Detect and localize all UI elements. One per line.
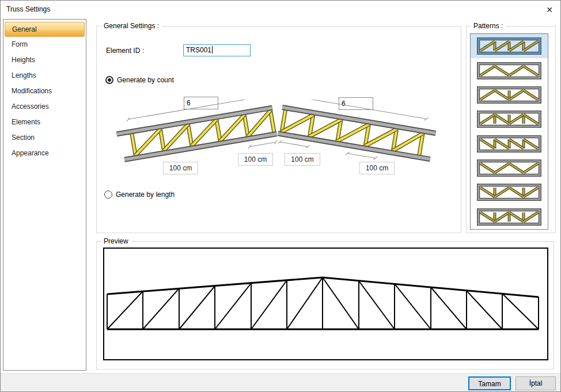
right-truss-left-dim-field[interactable]: 100 cm (285, 153, 320, 166)
radio-checked-icon (105, 76, 113, 84)
left-truss-right-dim-field[interactable]: 100 cm (238, 153, 273, 166)
truss-settings-dialog: Truss Settings ✕ General Form Heights Le… (0, 0, 561, 392)
footer-bar: Tamam İptal (1, 373, 561, 392)
preview-group-label: Preview (101, 237, 131, 245)
generate-by-count-radio[interactable]: Generate by count (105, 76, 174, 84)
sidebar-item-section[interactable]: Section (3, 130, 86, 146)
pattern-option-1[interactable] (471, 34, 548, 58)
truss-pattern-diagonals-up-icon (477, 37, 541, 55)
preview-truss-drawing (104, 249, 548, 359)
pattern-option-8[interactable] (471, 205, 548, 229)
generate-by-count-label: Generate by count (117, 76, 174, 84)
close-icon[interactable]: ✕ (543, 3, 556, 16)
truss-pattern-warren-all-verticals-icon (477, 111, 541, 128)
element-id-value: TRS001 (186, 46, 211, 54)
element-id-label: Element ID : (106, 47, 144, 55)
truss-pattern-warren-peaks-icon (477, 62, 541, 79)
cancel-button[interactable]: İptal (515, 376, 556, 390)
pattern-option-7[interactable] (471, 180, 548, 204)
generate-by-length-label: Generate by length (116, 191, 175, 199)
sidebar-item-general[interactable]: General (5, 22, 85, 37)
ok-button[interactable]: Tamam (468, 376, 511, 390)
pattern-list (470, 33, 548, 230)
pattern-option-5[interactable] (471, 132, 548, 156)
truss-pattern-valleys-verticals-icon (477, 184, 541, 201)
element-id-input[interactable]: TRS001 (183, 44, 251, 56)
pattern-option-3[interactable] (471, 83, 548, 107)
sidebar-item-elements[interactable]: Elements (3, 115, 86, 130)
sidebar-item-accessories[interactable]: Accessories (3, 99, 86, 115)
pattern-option-2[interactable] (471, 58, 548, 82)
window-title: Truss Settings (6, 5, 50, 13)
truss-pattern-warren-valleys-icon (477, 159, 541, 177)
generate-by-length-radio[interactable]: Generate by length (104, 191, 175, 199)
sidebar-item-heights[interactable]: Heights (3, 52, 86, 68)
left-truss-bottom-dim-field[interactable]: 100 cm (163, 162, 198, 174)
general-settings-group-label: General Settings : (101, 22, 161, 30)
right-truss-bottom-dim-field[interactable]: 100 cm (359, 162, 395, 174)
radio-unchecked-icon (104, 191, 112, 199)
pattern-option-4[interactable] (471, 107, 548, 131)
sidebar-item-lengths[interactable]: Lengths (3, 68, 86, 83)
truss-pattern-diagonals-down-icon (477, 135, 541, 153)
truss-pattern-warren-center-vertical-icon (477, 86, 541, 104)
sidebar: General Form Heights Lengths Modificatio… (3, 19, 86, 371)
pattern-option-6[interactable] (471, 156, 548, 180)
text-caret (212, 46, 213, 54)
sidebar-item-form[interactable]: Form (3, 37, 86, 52)
sidebar-item-modifications[interactable]: Modifications (3, 83, 86, 99)
sidebar-item-appearance[interactable]: Appearance (3, 146, 86, 161)
patterns-group-label: Patterns : (471, 22, 505, 30)
truss-pattern-valleys-all-verticals-icon (477, 208, 541, 226)
